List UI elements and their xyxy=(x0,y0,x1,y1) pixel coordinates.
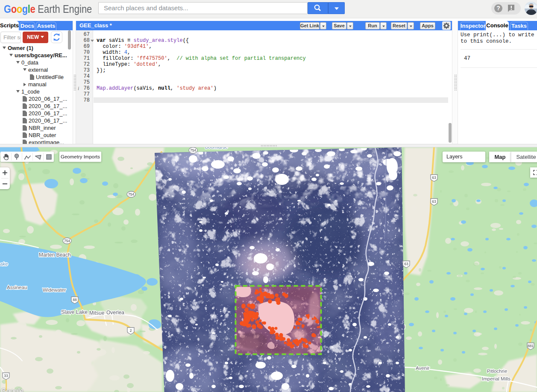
svg-text:63: 63 xyxy=(432,176,436,180)
svg-text:Boomlarde: Boomlarde xyxy=(205,147,228,149)
svg-text:33: 33 xyxy=(4,374,8,378)
svg-text:Widewater: Widewater xyxy=(43,287,66,293)
svg-text:754: 754 xyxy=(64,239,70,243)
svg-text:Pitlochrie: Pitlochrie xyxy=(487,369,507,374)
svg-text:Mitsue: Mitsue xyxy=(89,310,105,316)
svg-text:ake: ake xyxy=(0,261,8,266)
svg-text:88: 88 xyxy=(73,298,77,302)
svg-text:Marten Beach: Marten Beach xyxy=(39,252,71,258)
svg-text:Overlea: Overlea xyxy=(106,310,124,316)
svg-text:Imperial Mills: Imperial Mills xyxy=(482,376,511,381)
svg-text:Avenir: Avenir xyxy=(416,366,430,371)
svg-text:Assineau: Assineau xyxy=(7,285,27,290)
svg-text:63: 63 xyxy=(432,199,436,204)
svg-text:63: 63 xyxy=(404,262,408,266)
svg-text:Slave Lake: Slave Lake xyxy=(61,309,88,315)
svg-text:2: 2 xyxy=(130,328,132,333)
svg-text:754: 754 xyxy=(190,148,196,152)
svg-text:754: 754 xyxy=(128,192,134,196)
svg-text:881: 881 xyxy=(528,344,534,348)
